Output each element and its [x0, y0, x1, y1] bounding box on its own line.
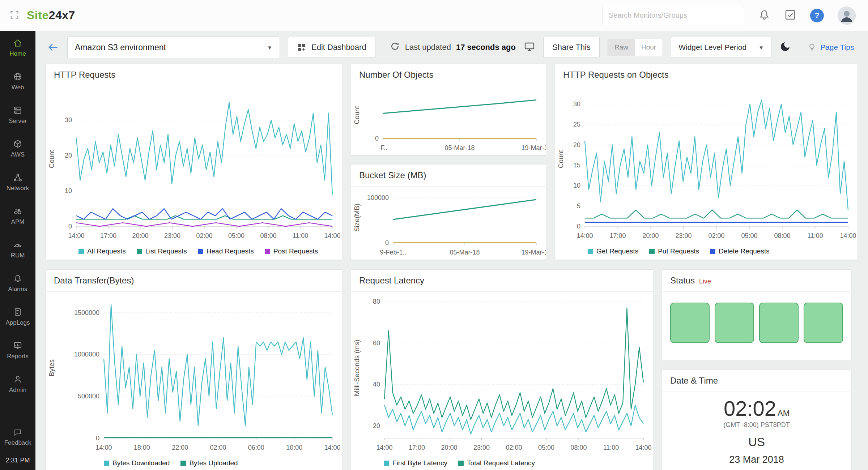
svg-text:Count: Count — [48, 150, 55, 168]
svg-text:20:00: 20:00 — [132, 232, 148, 239]
legend-label: Head Requests — [207, 247, 254, 255]
user-avatar[interactable] — [838, 7, 856, 25]
dark-mode-moon-icon[interactable] — [779, 41, 791, 54]
http-requests-on-objects-svg: 05101520253014:0017:0020:0023:0002:0005:… — [555, 86, 858, 243]
feedback-icon — [13, 428, 22, 437]
back-arrow-icon[interactable] — [46, 42, 59, 53]
request-latency-chart: 2040608014:0017:0020:0023:0002:0005:0008… — [351, 292, 653, 455]
legend-item-head-requests[interactable]: Head Requests — [198, 247, 254, 255]
svg-text:08:00: 08:00 — [570, 444, 587, 451]
sidebar-item-network[interactable]: Network — [0, 166, 35, 199]
page-tips-button[interactable]: Page Tips — [807, 43, 854, 52]
data-transfer-bytes-svg: 05000001000000150000014:0018:0022:0002:0… — [46, 292, 342, 455]
status-box[interactable] — [670, 303, 710, 343]
legend-swatch — [198, 249, 203, 254]
legend-item-get-requests[interactable]: Get Requests — [588, 247, 638, 255]
svg-text:Bytes: Bytes — [48, 359, 55, 377]
number-of-objects-svg: 0-F..05-Mar-1819-Mar-18Count — [351, 86, 546, 155]
legend-label: All Requests — [87, 247, 126, 255]
top-bar: Site24x7 ? — [0, 0, 868, 31]
widget-http-requests-on-objects: HTTP Requests on Objects 05101520253014:… — [555, 64, 858, 260]
svg-text:Size(MB): Size(MB) — [353, 204, 361, 232]
status-box[interactable] — [759, 303, 799, 343]
svg-text:15: 15 — [573, 162, 580, 169]
legend-item-bytes-uploaded[interactable]: Bytes Uploaded — [180, 459, 238, 467]
sidebar-item-applogs[interactable]: AppLogs — [0, 300, 35, 334]
site24x7-logo[interactable]: Site24x7 — [27, 9, 75, 22]
svg-text:17:00: 17:00 — [609, 232, 626, 239]
time-meridiem: AM — [778, 409, 790, 418]
svg-text:5: 5 — [577, 202, 580, 210]
sidebar-item-admin[interactable]: Admin — [0, 367, 35, 401]
sidebar-item-feedback[interactable]: Feedback — [4, 423, 31, 452]
edit-dashboard-button[interactable]: Edit Dashboard — [288, 37, 375, 58]
svg-text:14:00: 14:00 — [635, 444, 651, 451]
sidebar-item-reports[interactable]: Reports — [0, 334, 35, 367]
legend-swatch — [710, 249, 715, 254]
widget-title: Date & Time — [662, 370, 851, 392]
dashboard-selector-dropdown[interactable]: Amazon S3 environment ▼ — [67, 37, 280, 58]
legend-item-bytes-downloaded[interactable]: Bytes Downloaded — [104, 459, 170, 467]
help-icon[interactable]: ? — [810, 9, 824, 22]
legend-item-first-byte-latency[interactable]: First Byte Latency — [384, 459, 447, 467]
topbar-left: Site24x7 — [0, 9, 75, 22]
legend-item-all-requests[interactable]: All Requests — [78, 247, 126, 255]
legend-label: Post Requests — [273, 247, 318, 255]
svg-text:30: 30 — [573, 101, 580, 108]
svg-text:9-Feb-1..: 9-Feb-1.. — [380, 249, 406, 256]
widget-row-1: HTTP Requests 010203014:0017:0020:0023:0… — [46, 64, 858, 260]
sidebar-label: APM — [11, 218, 25, 226]
widget-level-period-dropdown[interactable]: Widget Level Period ▼ — [671, 37, 771, 58]
sidebar-item-alarms[interactable]: Alarms — [0, 266, 35, 300]
bucket-size-mb-svg: 01000009-Feb-1..05-Mar-1819-Mar-18Size(M… — [351, 187, 546, 260]
admin-icon — [13, 375, 22, 384]
last-updated: Last updated 17 seconds ago — [390, 41, 516, 54]
sidebar-item-rum[interactable]: RUM — [0, 233, 35, 266]
expand-icon[interactable] — [9, 10, 20, 21]
status-box[interactable] — [715, 303, 754, 343]
svg-text:23:00: 23:00 — [164, 232, 180, 239]
legend-swatch — [137, 249, 142, 254]
svg-text:06:00: 06:00 — [248, 444, 264, 451]
svg-text:11:00: 11:00 — [293, 232, 309, 239]
legend-item-put-requests[interactable]: Put Requests — [649, 247, 699, 255]
svg-text:11:00: 11:00 — [603, 444, 619, 451]
chevron-down-icon: ▼ — [267, 44, 272, 51]
svg-text:500000: 500000 — [78, 393, 99, 400]
bell-icon[interactable] — [758, 9, 770, 22]
legend-item-total-request-latency[interactable]: Total Request Latency — [458, 459, 535, 467]
svg-text:40: 40 — [373, 381, 380, 388]
toggle-raw[interactable]: Raw — [608, 39, 635, 56]
sidebar-item-home[interactable]: Home — [0, 31, 35, 65]
status-grid — [662, 292, 851, 354]
sidebar-item-server[interactable]: Server — [0, 98, 35, 132]
status-box[interactable] — [804, 303, 843, 343]
legend-item-list-requests[interactable]: List Requests — [137, 247, 187, 255]
svg-text:05:00: 05:00 — [741, 232, 757, 239]
current-time: 02:02 AM — [724, 396, 790, 420]
sidebar-item-aws[interactable]: AWS — [0, 132, 35, 166]
toggle-hour[interactable]: Hour — [635, 39, 663, 56]
svg-text:Milli-Seconds (ms): Milli-Seconds (ms) — [353, 339, 361, 396]
share-this-button[interactable]: Share This — [543, 37, 600, 58]
widget-title: Request Latency — [351, 270, 653, 292]
svg-text:02:00: 02:00 — [506, 444, 522, 451]
search-input[interactable] — [603, 6, 744, 25]
widget-date-time: Date & Time 02:02 AM (GMT -8:00) PST8PDT… — [662, 369, 851, 470]
svg-text:10: 10 — [573, 182, 580, 189]
sidebar-item-apm[interactable]: APM — [0, 199, 35, 233]
svg-text:14:00: 14:00 — [840, 232, 856, 239]
legend-item-delete-requests[interactable]: Delete Requests — [710, 247, 769, 255]
svg-text:80: 80 — [373, 298, 380, 305]
last-updated-prefix: Last updated — [405, 43, 451, 52]
display-screen-icon[interactable] — [524, 41, 535, 54]
sidebar-bottom: Feedback 2:31 PM — [0, 423, 35, 470]
sidebar-item-web[interactable]: Web — [0, 65, 35, 98]
refresh-icon[interactable] — [390, 41, 400, 54]
legend-item-post-requests[interactable]: Post Requests — [265, 247, 318, 255]
widget-title: Bucket Size (MB) — [351, 164, 546, 187]
svg-text:1000000: 1000000 — [74, 351, 99, 358]
time-value: 02:02 — [724, 396, 776, 420]
svg-text:10: 10 — [65, 187, 72, 195]
checklist-icon[interactable] — [784, 9, 796, 22]
